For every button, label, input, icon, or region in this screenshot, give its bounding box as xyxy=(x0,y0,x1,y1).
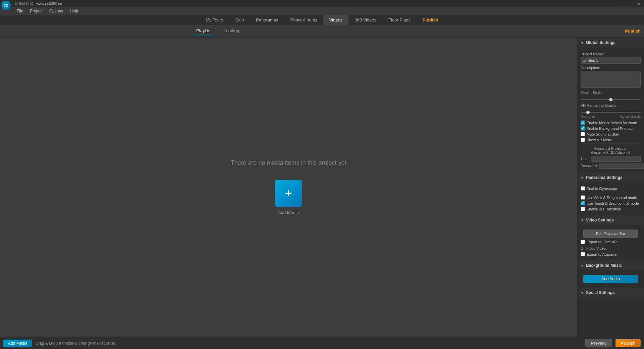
background-music-header[interactable]: ▼ Background Music xyxy=(577,260,644,270)
smoother-label: Smoother xyxy=(581,115,595,118)
menu-project[interactable]: Project xyxy=(26,8,46,14)
panorama-settings-header[interactable]: ▼ Panorama Settings xyxy=(577,172,644,182)
nav-videos[interactable]: Videos xyxy=(323,15,349,25)
enable-mouse-wheel-checkbox[interactable] xyxy=(581,120,585,125)
enable-gyroscope-label: Enable Gyroscope xyxy=(587,187,617,191)
export-gear-vr-checkbox[interactable] xyxy=(581,240,585,244)
use-touch-drag-checkbox[interactable] xyxy=(581,201,585,205)
project-name-input[interactable] xyxy=(581,57,641,64)
add-audio-button[interactable]: Add Audio xyxy=(583,275,638,283)
edit-playback-bar-button[interactable]: Edit Playback Bar xyxy=(583,230,638,238)
enable-3d-transition-label: Enable 3D Transition xyxy=(587,207,621,211)
show-vr-menu-checkbox[interactable] xyxy=(581,138,585,142)
mute-sound-row: Mute Sound at Start xyxy=(581,132,641,136)
only-360-video-label: Only 360 Video: xyxy=(581,246,607,250)
minimize-button[interactable]: ─ xyxy=(623,1,628,6)
enable-bg-preload-label: Enable Background Preload xyxy=(587,127,633,131)
menu-file[interactable]: File xyxy=(13,8,26,14)
publish-button[interactable]: Publish xyxy=(615,339,641,347)
maximize-button[interactable]: □ xyxy=(629,1,635,6)
export-adaptive-row: Export to Adaptive xyxy=(581,252,641,256)
global-settings-content: Project Name: Description: Mobile Scale:… xyxy=(577,47,644,172)
video-settings-arrow: ▼ xyxy=(581,218,584,222)
mobile-scale-slider-container xyxy=(581,97,641,101)
user-input[interactable] xyxy=(591,156,641,162)
nav-panoramas[interactable]: Panoramas xyxy=(250,15,284,25)
use-touch-drag-label: Use Touch & Drag control mode xyxy=(587,201,639,205)
divider-1 xyxy=(581,143,641,144)
use-click-drag-label: Use Click & Drag control mode xyxy=(587,196,637,200)
use-touch-drag-row: Use Touch & Drag control mode xyxy=(581,201,641,205)
password-input[interactable] xyxy=(599,163,644,169)
hosted-with-label: (hosted with 3DVista only) xyxy=(591,151,630,154)
nav-photo-albums[interactable]: Photo Albums xyxy=(284,15,323,25)
app-logo: 3D xyxy=(1,1,11,10)
export-gear-vr-row: Export to Gear VR xyxy=(581,240,641,244)
nav-skin[interactable]: Skin xyxy=(229,15,250,25)
empty-state-message: There are no media items in this project… xyxy=(230,159,346,166)
title-bar: 3D 网乐软件网 www.pc0359.cn ─ □ ✕ xyxy=(0,0,644,7)
use-click-drag-checkbox[interactable] xyxy=(581,195,585,200)
enable-3d-transition-checkbox[interactable] xyxy=(581,207,585,211)
social-settings-header[interactable]: ▼ Social Settings xyxy=(577,288,644,297)
mobile-scale-label: Mobile Scale: xyxy=(581,91,641,95)
add-media-bottom-button[interactable]: Add Media xyxy=(3,340,32,347)
toolbar-publish[interactable]: Publish xyxy=(625,29,641,34)
password-row: Password: 👁 xyxy=(581,163,641,169)
menu-bar: File Project Options Help xyxy=(0,7,644,15)
enable-bg-preload-checkbox[interactable] xyxy=(581,126,585,131)
vr-quality-slider[interactable] xyxy=(581,112,641,113)
right-panel: ▼ Global Settings Project Name: Descript… xyxy=(577,38,644,337)
user-label: User: xyxy=(581,157,590,161)
background-music-content: Add Audio xyxy=(577,270,644,288)
close-button[interactable]: ✕ xyxy=(636,1,641,6)
toolbar-tabs: PlayList Loading xyxy=(194,27,242,35)
enable-gyroscope-row: Enable Gyroscope xyxy=(581,186,641,191)
preview-button[interactable]: Preview xyxy=(585,339,612,347)
add-media-center-button[interactable]: + xyxy=(275,180,302,207)
menu-help[interactable]: Help xyxy=(66,8,82,14)
description-label: Description: xyxy=(581,66,641,70)
add-media-center-label: Add Media xyxy=(278,210,299,215)
tab-loading[interactable]: Loading xyxy=(221,27,242,35)
user-row: User: xyxy=(581,156,641,162)
project-name-label: Project Name: xyxy=(581,52,641,56)
higher-quality-label: Higher Quality xyxy=(620,115,641,118)
enable-mouse-wheel-label: Enable Mouse Wheel for zoom xyxy=(587,121,637,125)
video-settings-content: Edit Playback Bar Export to Gear VR Only… xyxy=(577,225,644,260)
nav-360-videos[interactable]: 360 Videos xyxy=(348,15,382,25)
export-adaptive-label: Export to Adaptive xyxy=(587,252,616,256)
menu-options[interactable]: Options xyxy=(46,8,66,14)
global-settings-arrow: ▼ xyxy=(581,41,584,45)
enable-bg-preload-row: Enable Background Preload xyxy=(581,126,641,131)
mobile-scale-slider[interactable] xyxy=(581,99,641,100)
export-gear-vr-label: Export to Gear VR xyxy=(587,240,617,244)
nav-floor-plans[interactable]: Floor Plans xyxy=(382,15,417,25)
global-settings-header[interactable]: ▼ Global Settings xyxy=(577,38,644,47)
vr-quality-slider-container: Smoother Higher Quality xyxy=(581,109,641,118)
background-music-arrow: ▼ xyxy=(581,264,584,267)
panorama-settings-arrow: ▼ xyxy=(581,176,584,180)
social-settings-arrow: ▼ xyxy=(581,291,584,295)
description-textarea[interactable] xyxy=(581,71,641,88)
password-protection-label: Password Protection (hosted with 3DVista… xyxy=(581,146,641,154)
bottom-bar: Add Media Drag & Drop a media to change … xyxy=(0,337,644,349)
video-settings-header[interactable]: ▼ Video Settings xyxy=(577,215,644,225)
app-logo-area: 3D 网乐软件网 www.pc0359.cn xyxy=(3,1,62,6)
show-vr-menu-label: Show VR Menu xyxy=(587,138,612,142)
export-adaptive-checkbox[interactable] xyxy=(581,252,585,256)
window-controls: ─ □ ✕ xyxy=(623,1,641,6)
nav-bar: My Tours Skin Panoramas Photo Albums Vid… xyxy=(0,15,644,25)
content-area: There are no media items in this project… xyxy=(0,38,577,337)
panorama-settings-content: Enable Gyroscope Use Click & Drag contro… xyxy=(577,182,644,215)
watermark-top: 网乐软件网 www.pc0359.cn xyxy=(15,1,62,6)
nav-publish[interactable]: Publish xyxy=(417,15,444,25)
enable-gyroscope-checkbox[interactable] xyxy=(581,186,585,191)
nav-my-tours[interactable]: My Tours xyxy=(200,15,229,25)
toolbar: PlayList Loading Publish xyxy=(0,25,644,38)
drag-hint: Drag & Drop a media to change the list o… xyxy=(35,341,116,346)
tab-playlist[interactable]: PlayList xyxy=(194,27,214,35)
panorama-settings-title: Panorama Settings xyxy=(586,175,623,180)
background-music-title: Background Music xyxy=(586,263,622,268)
mute-sound-checkbox[interactable] xyxy=(581,132,585,136)
